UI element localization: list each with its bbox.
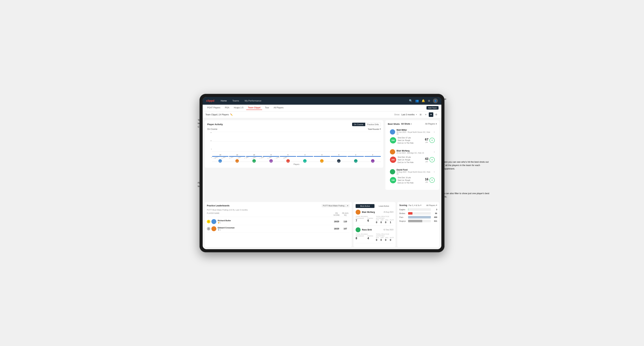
grid-view-button[interactable]: ⊞	[418, 112, 423, 117]
all-players-filter[interactable]: All Players ▾	[425, 123, 437, 125]
tab-pga[interactable]: PGA	[223, 106, 231, 110]
total-rounds-filter[interactable]: Total Rounds ▾	[368, 128, 381, 130]
shot-expand-icon-2[interactable]: ›	[434, 150, 435, 154]
view-icons: ⊞ ≡ ♥ ⚙	[418, 112, 438, 117]
gtt-value-2: 0	[376, 238, 379, 241]
tab-pgat-players[interactable]: PGAT Players	[206, 106, 222, 110]
lb-player-info-1: Richard Butler 🏆 1	[218, 219, 332, 224]
tab-hcaps[interactable]: Hcaps 1-5	[232, 106, 245, 110]
rank-1-badge: 1	[207, 220, 210, 223]
practice-filter[interactable]: PUTT Must Make Putting ... ▾	[322, 204, 350, 207]
metric-zero-2: 0	[430, 157, 435, 162]
add-team-button[interactable]: Add Team	[426, 106, 438, 110]
settings-view-button[interactable]: ⚙	[434, 112, 438, 117]
shot-card-3: David Ford 24 Aug 2023 · Royal North Dev…	[388, 167, 437, 186]
col-pb-score: PB SCORE	[332, 212, 341, 216]
app-label-2: APP	[380, 237, 384, 238]
scoring-bar-wrap-1	[408, 212, 431, 215]
chevron-down-icon-2: ▾	[380, 128, 381, 130]
nav-link-teams[interactable]: Teams	[231, 99, 240, 103]
player-info-david: David Ford 24 Aug 2023 · Royal North Dev…	[396, 169, 432, 175]
start-lie-2: Start Lie: Rough	[398, 159, 424, 161]
tournament-rounds-2: Tournament 8	[356, 235, 364, 240]
scoring-bars: Eagles3Birdies96Pars499Bogeys311	[399, 208, 437, 222]
users-icon[interactable]: 👥	[415, 99, 419, 102]
practice-title: Practice Leaderboards	[207, 204, 230, 207]
active-rounds-2: Total Rounds Tournament 8 Practice 4	[356, 233, 394, 241]
practice-header: Practice Leaderboards PUTT Must Make Put…	[207, 204, 350, 207]
tournament-label-2: Tournament	[356, 235, 364, 237]
tab-team-clippd[interactable]: Team Clippd	[246, 106, 262, 110]
shot-expand-icon-1[interactable]: ›	[434, 130, 435, 134]
practice-leaderboards-panel: Practice Leaderboards PUTT Must Make Put…	[205, 202, 352, 247]
most-active-panel: Most Active Least Active Blair McHarg 26…	[354, 202, 396, 247]
shot-details-3: 198 Shot Dist: 16 yds Start Lie: Rough E…	[390, 176, 435, 184]
lb-player-info-2: Edward Crossman 🥈 2	[218, 227, 332, 231]
shot-player-row-3: David Ford 24 Aug 2023 · Royal North Dev…	[390, 169, 435, 175]
shot-badge-3: 198	[390, 177, 396, 183]
arg-value-2: 0	[385, 238, 388, 241]
active-avatar-rees	[356, 227, 360, 232]
bell-icon[interactable]: 🔔	[422, 99, 425, 102]
active-rounds-1: Total Rounds Tournament 7 Practice 6	[356, 216, 394, 224]
shot-player-row-2: Blair McHarg 23 Jul 2023 · Ashridge GC, …	[390, 149, 435, 155]
shot-metrics-1: 67 yds 0	[425, 138, 435, 143]
col-player-name: PLAYER NAME	[207, 212, 332, 216]
scoring-value-1: 96	[432, 212, 437, 214]
putt-value-1: 1	[390, 221, 394, 224]
nav-link-home[interactable]: Home	[220, 99, 228, 103]
scoring-title: Scoring	[399, 204, 407, 206]
tournament-label-1: Tournament	[356, 217, 364, 219]
metric-yds-3: 16 yds	[425, 177, 428, 183]
player-detail-blair: 23 Jul 2023 · Ashridge GC, Hole 15	[396, 152, 432, 154]
time-select[interactable]: Last 3 months	[402, 113, 414, 116]
tab-tour[interactable]: Tour	[263, 106, 271, 110]
shot-expand-icon-3[interactable]: ›	[434, 170, 435, 173]
search-icon[interactable]: 🔍	[409, 99, 412, 102]
on-course-toggle[interactable]: On Course	[352, 123, 365, 126]
shot-metrics-2: 43 yds 0	[425, 157, 435, 163]
par-filter-label: Par 3, 4 & 5s	[408, 204, 420, 206]
arg-1: ARG 0	[385, 219, 388, 224]
left-panel: Player Activity On Course Practice Drill…	[203, 118, 385, 202]
tournament-rounds-1: Tournament 7	[356, 217, 364, 222]
scoring-players-chevron: ▾	[436, 204, 437, 206]
arg-2: ARG 0	[385, 237, 388, 241]
team-label: Team Clippd | 14 Players	[206, 113, 229, 116]
bar-chart-container: 15 10 5 0	[207, 132, 381, 165]
chevron-down-icon[interactable]: ▾	[416, 114, 417, 116]
nav-link-performance[interactable]: My Performance	[244, 99, 262, 103]
most-active-tab[interactable]: Most Active	[356, 204, 374, 208]
player-name-matt: Matt Miller	[396, 129, 432, 131]
avatar[interactable]: 👤	[433, 98, 438, 103]
scoring-players-filter[interactable]: All Players ▾	[426, 204, 437, 206]
tab-all-players[interactable]: All Players	[272, 106, 285, 110]
heart-view-button[interactable]: ♥	[429, 112, 433, 117]
scoring-bar-wrap-3	[408, 220, 431, 222]
lb-name-richard: Richard Butler	[218, 219, 332, 222]
least-active-tab[interactable]: Least Active	[374, 204, 394, 208]
activities-label-1: Total Practice Activities	[376, 216, 394, 219]
total-rounds-label: Total Rounds	[368, 128, 379, 130]
x-axis-title: Players	[212, 163, 381, 165]
lb-badge-value-2: 2	[220, 229, 221, 231]
gtt-label-1: GTT	[376, 219, 379, 221]
scoring-bar-fill-0	[408, 208, 408, 211]
badge-value-2: 200	[392, 159, 394, 161]
scoring-bar-wrap-2	[408, 216, 431, 218]
rounds-label-2: Total Rounds	[356, 233, 373, 235]
all-shots-filter[interactable]: All Shots ▾	[401, 123, 412, 125]
edit-icon[interactable]: ✏️	[230, 113, 233, 116]
list-view-button[interactable]: ≡	[424, 112, 428, 117]
lb-medal-badge: 🥈 2	[218, 229, 332, 231]
active-player-header-1: Blair McHarg 26 Aug 2023	[356, 210, 394, 215]
on-course-label: On Course	[207, 128, 217, 130]
activities-values-1: GTT 0 APP 0 ARG 0	[376, 219, 394, 224]
practice-drills-toggle[interactable]: Practice Drills	[365, 123, 381, 126]
total-activities-group-1: Total Practice Activities GTT 0 APP 0	[376, 216, 394, 224]
arg-label-2: ARG	[385, 237, 388, 238]
scoring-bar-fill-3	[408, 220, 422, 222]
plus-circle-icon[interactable]: ⊕	[428, 99, 430, 102]
scoring-par-filter[interactable]: Par 3, 4 & 5s ▾	[408, 204, 422, 206]
app-label-1: APP	[380, 219, 384, 221]
